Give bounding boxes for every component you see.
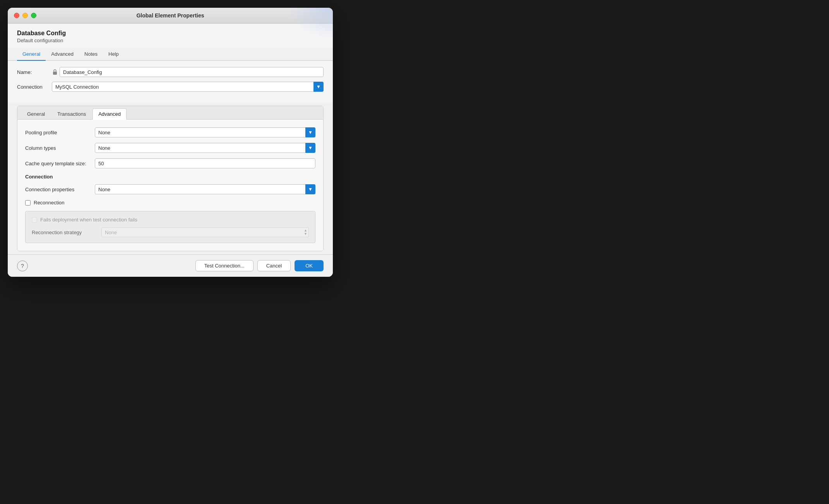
connection-properties-select-button[interactable]: ▼ (305, 184, 315, 194)
reconnection-checkbox[interactable] (25, 200, 31, 206)
connection-row: Connection MySQL Connection ▼ (17, 82, 324, 92)
connection-properties-row: Connection properties None ▼ (25, 184, 315, 194)
fails-deployment-row: Fails deployment when test connection fa… (32, 217, 309, 223)
nested-reconnection-box: Fails deployment when test connection fa… (25, 211, 315, 243)
chevron-down-icon: ▼ (308, 130, 313, 135)
bottom-buttons: Test Connection... Cancel OK (195, 260, 324, 271)
column-types-select-wrapper: None ▼ (95, 143, 315, 153)
dialog-title: Database Config (17, 30, 324, 37)
connection-properties-label: Connection properties (25, 187, 95, 192)
reconnection-strategy-label: Reconnection strategy (32, 230, 101, 235)
form-area: Name: Connection MySQL Connection ▼ (8, 61, 333, 103)
ok-button[interactable]: OK (295, 260, 324, 271)
dialog-header: Database Config Default configuration (8, 24, 333, 48)
lock-icon (52, 69, 58, 75)
pooling-profile-label: Pooling profile (25, 130, 95, 135)
cache-query-row: Cache query template size: (25, 158, 315, 168)
test-connection-button[interactable]: Test Connection... (195, 260, 253, 271)
reconnection-label: Reconnection (34, 200, 65, 206)
minimize-button[interactable] (22, 13, 28, 18)
connection-section-label: Connection (25, 174, 315, 180)
close-button[interactable] (14, 13, 19, 18)
tab-general-outer[interactable]: General (17, 48, 46, 61)
inner-tabs: General Transactions Advanced (17, 106, 323, 120)
tab-help-outer[interactable]: Help (103, 48, 124, 61)
name-input[interactable] (60, 67, 324, 77)
pooling-profile-select-button[interactable]: ▼ (305, 127, 315, 137)
reconnection-strategy-arrows: ▲ ▼ (304, 229, 307, 236)
pooling-profile-select[interactable]: None (95, 127, 315, 137)
reconnection-strategy-select[interactable]: None (101, 227, 309, 237)
help-button[interactable]: ? (17, 261, 28, 271)
fails-deployment-label: Fails deployment when test connection fa… (40, 217, 137, 223)
tab-advanced-outer[interactable]: Advanced (46, 48, 79, 61)
window-controls (14, 13, 36, 18)
bottom-bar: ? Test Connection... Cancel OK (8, 254, 333, 277)
reconnection-strategy-row: Reconnection strategy None ▲ ▼ (32, 227, 309, 237)
reconnection-row: Reconnection (25, 200, 315, 206)
tab-general-inner[interactable]: General (21, 108, 51, 120)
cache-query-label: Cache query template size: (25, 161, 95, 166)
connection-properties-select-wrapper: None ▼ (95, 184, 315, 194)
reconnection-strategy-select-wrapper: None ▲ ▼ (101, 227, 309, 237)
name-label: Name: (17, 69, 52, 75)
connection-select-button[interactable]: ▼ (313, 82, 324, 92)
tab-notes-outer[interactable]: Notes (79, 48, 103, 61)
window-title: Global Element Properties (136, 12, 204, 19)
outer-tabs: General Advanced Notes Help (8, 48, 333, 61)
name-input-wrapper (52, 67, 324, 77)
connection-properties-select[interactable]: None (95, 184, 315, 194)
dialog-window: Global Element Properties Database Confi… (8, 8, 333, 277)
advanced-tab-content: Pooling profile None ▼ Column types None (17, 120, 323, 251)
tab-advanced-inner[interactable]: Advanced (92, 108, 127, 120)
title-bar: Global Element Properties (8, 8, 333, 24)
connection-select-wrapper: MySQL Connection ▼ (52, 82, 324, 92)
connection-select[interactable]: MySQL Connection (52, 82, 324, 92)
chevron-down-icon: ▼ (308, 146, 313, 150)
svg-rect-0 (53, 72, 57, 75)
chevron-down-icon: ▼ (316, 84, 321, 89)
dialog-subtitle: Default configuration (17, 38, 324, 43)
cache-query-input[interactable] (95, 158, 315, 168)
column-types-select-button[interactable]: ▼ (305, 143, 315, 153)
column-types-label: Column types (25, 145, 95, 151)
tab-transactions-inner[interactable]: Transactions (51, 108, 92, 120)
maximize-button[interactable] (31, 13, 36, 18)
pooling-profile-row: Pooling profile None ▼ (25, 127, 315, 137)
column-types-row: Column types None ▼ (25, 143, 315, 153)
inner-panel: General Transactions Advanced Pooling pr… (17, 106, 324, 251)
name-row: Name: (17, 67, 324, 77)
pooling-profile-select-wrapper: None ▼ (95, 127, 315, 137)
fails-deployment-checkbox[interactable] (32, 217, 37, 223)
connection-label: Connection (17, 84, 52, 90)
cancel-button[interactable]: Cancel (257, 260, 291, 271)
chevron-down-icon: ▼ (308, 187, 313, 192)
column-types-select[interactable]: None (95, 143, 315, 153)
